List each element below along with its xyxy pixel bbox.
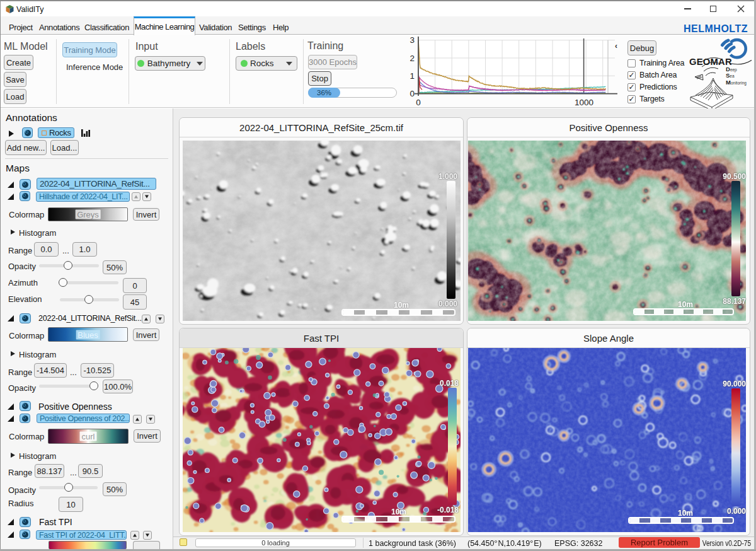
svg-text:1: 1 bbox=[410, 71, 415, 81]
svg-text:1000: 1000 bbox=[575, 98, 593, 107]
svg-text:3: 3 bbox=[410, 36, 415, 45]
svg-text:Monitoring: Monitoring bbox=[726, 79, 747, 86]
svg-text:Sea: Sea bbox=[726, 72, 735, 79]
svg-text:0: 0 bbox=[410, 89, 415, 98]
svg-text:0: 0 bbox=[416, 98, 421, 107]
svg-text:2: 2 bbox=[410, 54, 415, 63]
